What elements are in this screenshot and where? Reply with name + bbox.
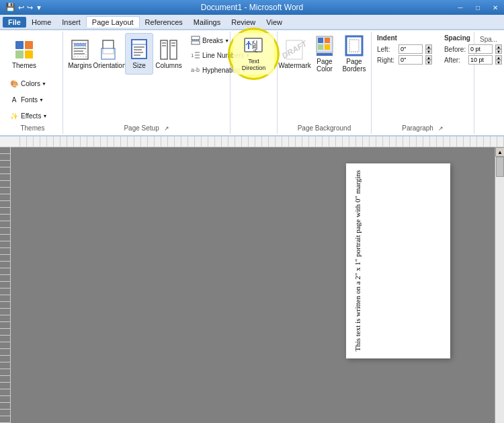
svg-rect-27 [192,36,200,40]
svg-rect-2 [15,50,24,59]
colors-button[interactable]: 🎨 Colors ▼ [5,76,60,91]
redo-icon[interactable]: ↪ [27,3,33,12]
colors-dropdown-icon: ▼ [42,81,46,86]
ribbon-group-page-setup: Margins Orientation [63,32,230,134]
colors-icon: 🎨 [9,78,19,89]
ruler-scale [13,137,504,147]
spacing-after-label: After: [444,56,466,64]
title-bar: 💾 ↩ ↪ ▼ Document1 - Microsoft Word ─ □ ✕ [0,0,504,15]
scroll-thumb[interactable] [496,157,504,177]
columns-label: Columns [155,62,181,69]
size-icon [128,39,150,61]
size-button[interactable]: Size [125,33,153,75]
scroll-up-button[interactable]: ▲ [495,147,504,157]
svg-rect-25 [171,42,175,44]
effects-icon: ✨ [9,110,19,121]
minimize-button[interactable]: ─ [452,0,469,15]
close-button[interactable]: ✕ [487,0,504,15]
customize-icon[interactable]: ▼ [36,4,42,11]
svg-rect-46 [325,44,330,50]
svg-rect-9 [74,43,86,46]
page-content: This text is written on a 2" x 1" portra… [353,170,363,352]
indent-left-down[interactable]: ▼ [425,49,432,54]
indent-section: Indent Left: ▲ ▼ Right: ▲ [374,33,435,67]
indent-left-up[interactable]: ▲ [425,44,432,49]
svg-rect-24 [162,45,166,46]
svg-text:1: 1 [191,52,194,59]
text-direction-label: Text Direction [238,59,269,72]
menu-insert[interactable]: Insert [56,17,86,28]
columns-button[interactable]: Columns [155,33,183,75]
orientation-icon [99,39,120,61]
svg-rect-3 [25,50,33,59]
quick-access-toolbar: 💾 ↩ ↪ ▼ [5,3,42,12]
paragraph-expander[interactable]: ↗ [438,125,444,132]
fonts-icon: A [9,94,19,105]
watermark-icon: DRAFT [284,39,305,61]
watermark-button[interactable]: DRAFT Watermark [280,33,309,75]
line-numbers-icon: 1 [190,50,201,61]
text-direction-group-label [233,132,274,132]
margins-label: Margins [68,62,92,69]
page-setup-group-label: Page Setup ↗ [66,124,227,132]
indent-right-spin: ▲ ▼ [425,55,432,65]
restore-button[interactable]: □ [469,0,487,15]
menu-mailings[interactable]: Mailings [188,17,226,28]
menu-file[interactable]: File [3,17,26,28]
menu-references[interactable]: References [140,17,188,28]
page-color-label: PageColor [317,58,333,73]
ribbon-group-themes: Themes 🎨 Colors ▼ A Fonts ▼ ✨ Effects ▼ [3,32,63,134]
text-direction-wrapper: ABC Text Direction [233,33,274,75]
indent-title: Indent [377,34,432,42]
save-icon[interactable]: 💾 [5,3,15,12]
scrollbar-vertical[interactable]: ▲ ▼ [495,147,504,423]
svg-rect-23 [162,42,166,44]
ribbon-group-page-background: DRAFT Watermark [278,32,372,134]
menu-view[interactable]: View [261,17,288,28]
indent-right-input[interactable] [398,55,423,65]
effects-button[interactable]: ✨ Effects ▼ [5,108,60,123]
size-label: Size [132,62,145,69]
svg-rect-43 [318,38,323,43]
page-color-button[interactable]: PageColor [310,33,339,75]
svg-rect-1 [25,41,33,49]
menu-home[interactable]: Home [26,17,56,28]
ribbon-group-arrange: Spa... [474,32,501,134]
svg-rect-48 [346,36,362,55]
arrange-content: Spa... [477,33,499,130]
ribbon: Themes 🎨 Colors ▼ A Fonts ▼ ✨ Effects ▼ [0,30,504,137]
breaks-label: Breaks [202,37,223,44]
svg-rect-11 [74,50,83,52]
text-direction-button[interactable]: ABC Text Direction [233,33,274,75]
menu-review[interactable]: Review [226,17,261,28]
indent-left-row: Left: ▲ ▼ [377,44,432,54]
indent-right-up[interactable]: ▲ [425,55,432,60]
svg-rect-44 [325,38,330,43]
margins-button[interactable]: Margins [66,33,94,75]
document-title: Document1 - Microsoft Word [201,3,304,12]
undo-icon[interactable]: ↩ [18,3,24,12]
svg-rect-45 [318,44,323,50]
fonts-button[interactable]: A Fonts ▼ [5,92,60,107]
indent-right-down[interactable]: ▼ [425,60,432,65]
orientation-button[interactable]: Orientation [95,33,124,75]
themes-button[interactable]: Themes [5,33,43,75]
page-borders-label: PageBorders [342,58,366,73]
scroll-track [495,157,504,423]
indent-left-input[interactable] [398,44,423,54]
menu-page-layout[interactable]: Page Layout [86,16,140,28]
indent-left-spin: ▲ ▼ [425,44,432,54]
arrange-label: Spa... [477,33,500,46]
vertical-ruler [0,147,11,423]
ribbon-group-paragraph: Indent Left: ▲ ▼ Right: ▲ [372,32,474,134]
paragraph-group-label: Paragraph ↗ [374,124,471,132]
window-controls: ─ □ ✕ [452,0,504,15]
document-area: This text is written on a 2" x 1" portra… [0,147,504,423]
page-borders-button[interactable]: PageBorders [340,33,368,75]
svg-rect-0 [15,41,24,49]
text-direction-content: ABC Text Direction [233,33,274,130]
page-setup-expander[interactable]: ↗ [164,125,169,132]
svg-rect-19 [134,52,143,53]
colors-label: Colors [21,80,40,87]
paragraph-content: Indent Left: ▲ ▼ Right: ▲ [374,33,471,123]
